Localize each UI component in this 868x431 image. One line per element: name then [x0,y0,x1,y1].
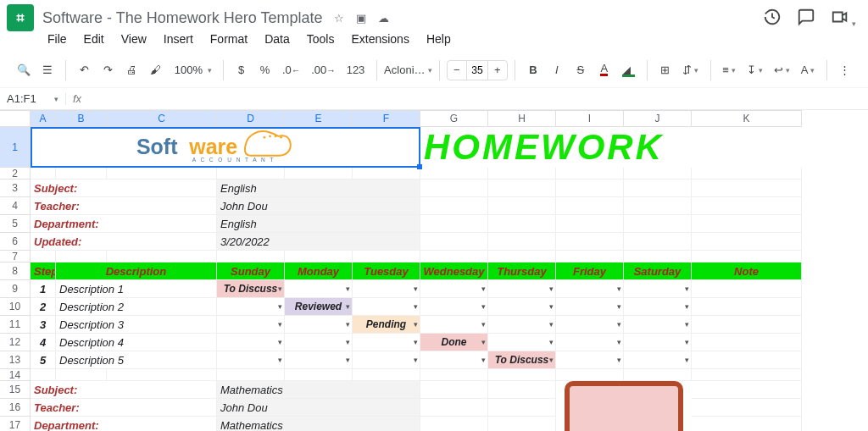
cell[interactable] [285,168,353,180]
row-header-17[interactable]: 17 [0,417,31,431]
font-size-stepper[interactable]: − + [447,60,508,80]
dd-sat-5[interactable]: ▾ [624,351,692,369]
logo-cell[interactable]: Soft ware A C C O U N T A N T [31,127,420,168]
menu-tools[interactable]: Tools [300,30,342,47]
value2-dept_lbl[interactable]: Mathematics [217,417,420,431]
row-header-14[interactable]: 14 [0,369,31,381]
currency-button[interactable]: $ [231,58,253,82]
label-updated_lbl[interactable]: Updated: [31,233,217,251]
cell[interactable] [692,215,802,233]
dd-mon-1[interactable]: ▾ [285,280,353,298]
value-teacher_lbl[interactable]: John Dou [217,197,420,215]
print-icon[interactable]: 🖨 [120,58,142,82]
cell[interactable] [353,369,420,381]
hdr-desc[interactable]: Description [56,262,217,280]
cell[interactable] [692,168,802,180]
row-header-1[interactable]: 1 [0,127,31,168]
col-header-H[interactable]: H [488,110,556,127]
cell[interactable] [56,168,107,180]
row-header-11[interactable]: 11 [0,316,31,334]
row-header-13[interactable]: 13 [0,351,31,369]
dd-thu-3[interactable]: ▾ [488,316,556,334]
wrap-button[interactable]: ↩▾ [769,58,794,82]
step-1[interactable]: 1 [31,280,56,298]
rotate-button[interactable]: A▾ [796,58,820,82]
cell[interactable] [556,180,624,197]
borders-button[interactable]: ⊞ [654,58,676,82]
cell[interactable] [556,251,624,262]
cell[interactable] [420,197,488,215]
sheets-app-icon[interactable] [7,4,34,31]
history-icon[interactable] [763,8,782,29]
formula-input[interactable] [88,88,868,109]
row-header-4[interactable]: 4 [0,197,31,215]
cell[interactable] [107,168,217,180]
cell[interactable] [353,251,420,262]
col-header-F[interactable]: F [353,110,420,127]
step-3[interactable]: 3 [31,316,56,334]
cell[interactable] [353,168,420,180]
desc-1[interactable]: Description 1 [56,280,217,298]
percent-button[interactable]: % [254,58,276,82]
col-header-E[interactable]: E [285,110,353,127]
cell[interactable] [624,233,692,251]
dd-tue-5[interactable]: ▾ [353,351,420,369]
dd-sun-2[interactable]: ▾ [217,298,285,316]
dd-fri-3[interactable]: ▾ [556,316,624,334]
cell[interactable] [420,381,488,399]
hdr-mon[interactable]: Monday [285,262,353,280]
dd-thu-2[interactable]: ▾ [488,298,556,316]
cell[interactable] [488,381,556,399]
cell[interactable] [692,180,802,197]
row-header-12[interactable]: 12 [0,334,31,351]
cell[interactable] [217,369,285,381]
menu-format[interactable]: Format [203,30,254,47]
dd-mon-5[interactable]: ▾ [285,351,353,369]
undo-icon[interactable]: ↶ [73,58,95,82]
dd-wed-3[interactable]: ▾ [420,316,488,334]
cell[interactable] [556,369,624,381]
dd-sat-2[interactable]: ▾ [624,298,692,316]
desc-3[interactable]: Description 3 [56,316,217,334]
dd-sun-3[interactable]: ▾ [217,316,285,334]
font-size-decrease[interactable]: − [448,64,466,76]
row-header-3[interactable]: 3 [0,180,31,197]
cell[interactable] [31,369,56,381]
italic-button[interactable]: I [546,58,568,82]
cell[interactable] [31,251,56,262]
row-header-9[interactable]: 9 [0,280,31,298]
format-123-button[interactable]: 123 [342,58,369,82]
col-header-B[interactable]: B [56,110,107,127]
comment-icon[interactable] [797,8,815,29]
cell[interactable] [556,215,624,233]
cell[interactable] [420,369,488,381]
merge-button[interactable]: ⇵▾ [678,58,704,82]
col-header-G[interactable]: G [420,110,488,127]
step-5[interactable]: 5 [31,351,56,369]
value-dept_lbl[interactable]: English [217,215,420,233]
dd-wed-4[interactable]: Done▾ [420,334,488,351]
cell[interactable] [107,369,217,381]
desc-2[interactable]: Description 2 [56,298,217,316]
cell[interactable] [420,399,488,417]
cell[interactable] [624,369,692,381]
redo-icon[interactable]: ↷ [97,58,119,82]
hdr-thu[interactable]: Thursday [488,262,556,280]
dd-fri-5[interactable]: ▾ [556,351,624,369]
dd-tue-4[interactable]: ▾ [353,334,420,351]
col-header-I[interactable]: I [556,110,624,127]
step-2[interactable]: 2 [31,298,56,316]
desc-4[interactable]: Description 4 [56,334,217,351]
decrease-decimal-button[interactable]: .0← [278,58,305,82]
cell[interactable] [692,399,802,417]
cell[interactable] [217,251,285,262]
cell[interactable] [488,215,556,233]
dd-wed-1[interactable]: ▾ [420,280,488,298]
menu-insert[interactable]: Insert [157,30,200,47]
dd-thu-1[interactable]: ▾ [488,280,556,298]
hdr-fri[interactable]: Friday [556,262,624,280]
row-header-8[interactable]: 8 [0,262,31,280]
star-icon[interactable]: ☆ [334,12,344,25]
dd-mon-4[interactable]: ▾ [285,334,353,351]
hdr-sun[interactable]: Sunday [217,262,285,280]
